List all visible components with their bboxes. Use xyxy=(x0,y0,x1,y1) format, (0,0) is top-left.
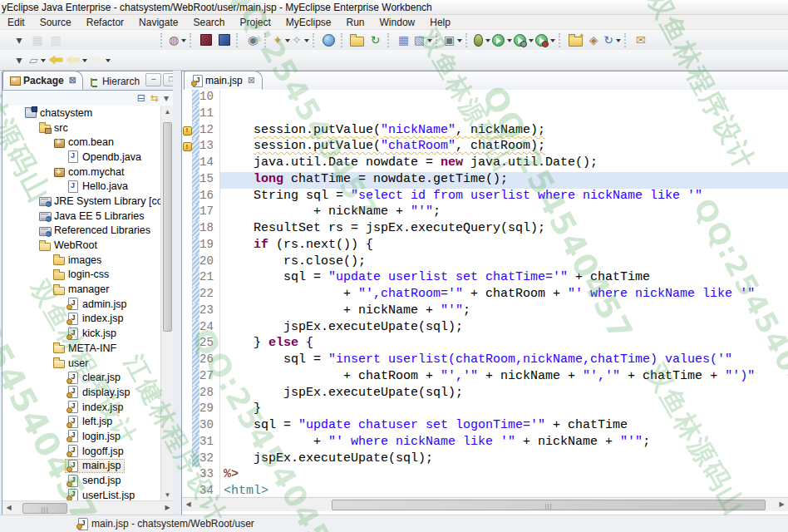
dropdown-arrow-icon[interactable] xyxy=(304,39,309,45)
save-icon[interactable]: ▦ xyxy=(28,32,47,49)
menu-myeclipse[interactable]: MyEclipse xyxy=(278,16,339,29)
menu-search[interactable]: Search xyxy=(185,16,232,29)
scroll-right-arrow[interactable]: ▶ xyxy=(776,498,788,510)
tree-item-index-jsp[interactable]: index.jsp xyxy=(2,400,161,415)
code-line-29[interactable]: 29 } xyxy=(182,401,788,418)
scrollbar-thumb[interactable]: ||| xyxy=(332,500,766,510)
print-icon[interactable]: ▥ xyxy=(47,32,65,49)
code-line-21[interactable]: 21 sql = "update userlist set chatTime='… xyxy=(182,270,788,287)
menu-edit[interactable]: Edit xyxy=(0,16,32,29)
code-line-10[interactable]: 10 xyxy=(182,90,788,106)
report-design-icon[interactable]: ▦ xyxy=(395,32,413,49)
code-line-32[interactable]: 32 jspEx.executeUpate(sql); xyxy=(182,451,788,468)
tree-item-referenced-libraries[interactable]: Referenced Libraries xyxy=(2,224,161,239)
code-line-18[interactable]: 18 ResultSet rs = jspEx.executeQuery(sql… xyxy=(182,221,788,238)
code-line-12[interactable]: !12 session.putValue("nickName", nickNam… xyxy=(182,123,788,140)
tree-item-left-jsp[interactable]: left.jsp xyxy=(2,414,161,429)
forward-icon[interactable] xyxy=(88,52,111,69)
code-line-13[interactable]: !13 session.putValue("chatRoom", chatRoo… xyxy=(182,139,788,155)
dropdown-arrow-icon[interactable] xyxy=(82,59,87,65)
tree-item-admin-jsp[interactable]: admin.jsp xyxy=(2,297,161,312)
dropdown-arrow-icon[interactable] xyxy=(285,39,290,45)
new-mail-icon[interactable]: ✉ xyxy=(632,32,650,49)
package-explorer-new-icon[interactable]: ◈ xyxy=(584,32,603,49)
code-line-14[interactable]: 14 java.util.Date nowdate = new java.uti… xyxy=(182,155,788,172)
run-icon[interactable] xyxy=(491,32,513,49)
code-line-16[interactable]: 16 String sql = "select id from userlist… xyxy=(182,189,788,205)
import-folder-icon[interactable] xyxy=(348,32,367,49)
tree-item-manager[interactable]: manager xyxy=(2,282,161,297)
tree-item-opendb-java[interactable]: Opendb.java xyxy=(2,150,161,165)
dropdown-arrow-icon[interactable] xyxy=(529,39,534,45)
code-editor[interactable]: 1011!12 session.putValue("nickName", nic… xyxy=(182,90,788,500)
new-project-red-icon[interactable] xyxy=(197,32,215,49)
tree-item-clear-jsp[interactable]: clear.jsp xyxy=(2,370,161,385)
nav-overflow-icon[interactable]: ▾ xyxy=(10,52,28,69)
window-titlebar[interactable]: yEclipse Java Enterprise - chatsystem/We… xyxy=(0,0,788,15)
tree-item-chatsystem[interactable]: chatsystem xyxy=(2,106,161,121)
code-line-22[interactable]: 22 + "',chatRoom='" + chatRoom + "' wher… xyxy=(182,287,788,303)
tab-package-explorer[interactable]: Package ⊠ xyxy=(2,71,83,90)
profile-icon[interactable] xyxy=(534,32,556,49)
tree-item-java-ee-5-libraries[interactable]: Java EE 5 Libraries xyxy=(2,209,161,224)
dropdown-arrow-icon[interactable] xyxy=(41,59,46,65)
collapse-all-icon[interactable]: ⊟ xyxy=(137,93,145,103)
new-project-blue-icon[interactable] xyxy=(215,32,234,49)
scroll-left-arrow[interactable]: ◀ xyxy=(2,501,15,514)
wizard-icon[interactable]: ✦ xyxy=(272,32,291,49)
code-line-24[interactable]: 24 jspEx.executeUpate(sql); xyxy=(182,320,788,337)
code-line-26[interactable]: 26 sql = "insert userlist(chatRoom,nickN… xyxy=(182,352,788,369)
close-view-icon[interactable]: ⊠ xyxy=(69,75,76,86)
dropdown-arrow-icon[interactable] xyxy=(616,39,621,45)
menu-refactor[interactable]: Refactor xyxy=(79,16,131,29)
dropdown-arrow-icon[interactable] xyxy=(181,39,186,45)
tree-item-login-css[interactable]: login-css xyxy=(2,268,161,283)
link-with-editor-icon[interactable]: ⇆ xyxy=(150,93,159,103)
scrollbar-thumb[interactable] xyxy=(163,122,172,332)
tree-horizontal-scrollbar[interactable]: ◀ ||| ▶ xyxy=(2,500,174,515)
snapshot-camera-icon[interactable]: ▣ xyxy=(443,32,463,49)
code-line-27[interactable]: 27 + chatRoom + "','" + nickName + "','"… xyxy=(182,369,788,386)
tree-item-webroot[interactable]: WebRoot xyxy=(2,238,161,253)
panel-sash[interactable] xyxy=(173,71,181,515)
tree-item-com-mychat[interactable]: com.mychat xyxy=(2,165,161,180)
tree-item-hello-java[interactable]: Hello.java xyxy=(2,179,161,194)
db-refresh-icon[interactable]: ↻ xyxy=(367,32,385,49)
code-line-15[interactable]: 15 long chatTime = nowdate.getTime(); xyxy=(182,172,788,189)
dropdown-arrow-icon[interactable] xyxy=(427,39,432,45)
menu-source[interactable]: Source xyxy=(32,16,79,29)
tree-item-display-jsp[interactable]: display.jsp xyxy=(2,385,161,400)
close-editor-icon[interactable]: ⊠ xyxy=(248,75,255,86)
tree-item-jre-system-library-com-s[interactable]: JRE System Library [com.s xyxy=(2,194,161,209)
menu-help[interactable]: Help xyxy=(422,16,458,29)
scroll-down-arrow[interactable]: ▼ xyxy=(161,489,174,501)
code-line-31[interactable]: 31 + "' where nickName like '" + nickNam… xyxy=(182,435,788,451)
tree-item-send-jsp[interactable]: send.jsp xyxy=(2,473,161,488)
synchronize-icon[interactable]: ↻ xyxy=(603,32,622,49)
view-menu-icon[interactable]: ▾ xyxy=(164,93,169,103)
tree-item-kick-jsp[interactable]: kick.jsp xyxy=(2,326,161,341)
tree-item-main-jsp[interactable]: main.jsp xyxy=(2,459,161,474)
timer-icon[interactable]: ◉ xyxy=(244,32,262,49)
last-edit-location-icon[interactable]: ▱ xyxy=(28,52,47,69)
tree-item-images[interactable]: images xyxy=(2,253,161,268)
editor-horizontal-scrollbar[interactable]: ◀ ||| ▶ xyxy=(182,497,788,511)
menu-window[interactable]: Window xyxy=(372,16,423,29)
back-icon[interactable] xyxy=(47,52,65,69)
debug-icon[interactable] xyxy=(473,32,491,49)
tree-item-src[interactable]: src xyxy=(2,121,161,135)
tree-item-userlist-jsp[interactable]: userList.jsp xyxy=(2,488,161,501)
menu-run[interactable]: Run xyxy=(339,16,372,29)
code-line-11[interactable]: 11 xyxy=(182,106,788,123)
tab-main-jsp[interactable]: main.jsp ⊠ xyxy=(184,71,263,90)
toolbar-overflow-icon[interactable]: ▾ xyxy=(10,32,28,49)
tree-item-login-jsp[interactable]: login.jsp xyxy=(2,429,161,444)
tree-vertical-scrollbar[interactable]: ▲ ▼ xyxy=(160,106,174,501)
wizard-alt-icon[interactable]: ✧ xyxy=(291,32,310,49)
scroll-right-arrow[interactable]: ▶ xyxy=(161,501,174,514)
report-preview-icon[interactable]: ▧ xyxy=(413,32,433,49)
code-line-23[interactable]: 23 + nickName + "'"; xyxy=(182,303,788,320)
tree-item-com-bean[interactable]: com.bean xyxy=(2,135,161,150)
dropdown-arrow-icon[interactable] xyxy=(550,39,555,45)
code-line-33[interactable]: 33%> xyxy=(182,467,788,484)
